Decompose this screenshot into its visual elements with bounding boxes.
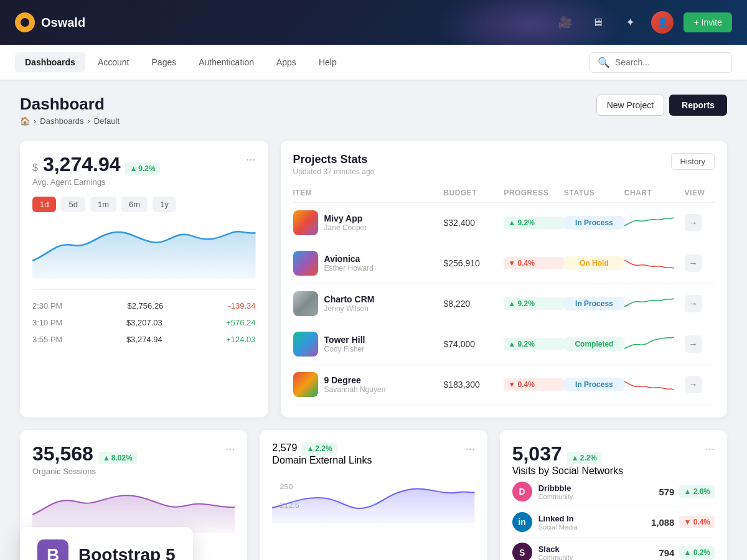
social-item-slack: S Slack Community 794 ▲ 0.2% bbox=[512, 538, 715, 560]
avatar[interactable]: 👤 bbox=[651, 11, 674, 34]
external-links-label: Domain External Links bbox=[272, 455, 372, 466]
project-thumb-avionica bbox=[293, 251, 318, 276]
slack-icon: S bbox=[512, 543, 532, 560]
earnings-stats: 2:30 PM $2,756.26 -139.34 3:10 PM $3,207… bbox=[32, 289, 256, 348]
nav-item-account[interactable]: Account bbox=[88, 52, 139, 72]
dribbble-stats: 579 ▲ 2.6% bbox=[659, 485, 715, 498]
linkedin-stats: 1,088 ▼ 0.4% bbox=[651, 516, 715, 528]
external-links-value-area: 2,579 ▲ 2.2% Domain External Links bbox=[272, 442, 372, 466]
social-card-header: 5,037 ▲ 2.2% Visits by Social Networks ·… bbox=[512, 442, 715, 477]
view-9degree[interactable]: → bbox=[685, 376, 702, 393]
progress-tower: ▲ 9.2% bbox=[504, 338, 564, 350]
time-filter-6m[interactable]: 6m bbox=[121, 197, 148, 212]
share-icon[interactable]: ✦ bbox=[619, 11, 641, 34]
project-name-tower: Tower Hill bbox=[324, 335, 365, 345]
logo-area: Oswald bbox=[15, 12, 554, 32]
social-more-button[interactable]: ··· bbox=[705, 442, 715, 455]
projects-table-header: ITEM BUDGET PROGRESS STATUS CHART VIEW bbox=[293, 184, 715, 203]
progress-avionica: ▼ 0.4% bbox=[504, 257, 564, 269]
external-links-badge: ▲ 2.2% bbox=[302, 442, 336, 455]
project-item-9degree: 9 Degree Savannah Nguyen bbox=[293, 372, 444, 397]
view-charto[interactable]: → bbox=[685, 295, 702, 312]
sessions-value: 35,568 bbox=[32, 442, 93, 465]
social-left-slack: S Slack Community bbox=[512, 543, 573, 560]
external-links-card: 2,579 ▲ 2.2% Domain External Links ··· bbox=[260, 430, 487, 560]
stat-row-3: 3:55 PM $3,274.94 +124.03 bbox=[32, 331, 256, 348]
external-links-amount-row: 2,579 ▲ 2.2% bbox=[272, 442, 372, 455]
sessions-card-header: 35,568 ▲ 8.02% Organic Sessions ··· bbox=[32, 442, 235, 476]
col-view: VIEW bbox=[685, 189, 715, 197]
external-links-header: 2,579 ▲ 2.2% Domain External Links ··· bbox=[272, 442, 474, 466]
projects-title: Projects Stats bbox=[293, 153, 375, 166]
topbar: Oswald 🎥 🖥 ✦ 👤 + Invite bbox=[0, 0, 747, 45]
social-value-area: 5,037 ▲ 2.2% Visits by Social Networks bbox=[512, 442, 623, 477]
project-item-avionica: Avionica Esther Howard bbox=[293, 251, 444, 276]
dribbble-info: Dribbble Community bbox=[538, 483, 573, 500]
camera-icon[interactable]: 🎥 bbox=[554, 11, 576, 34]
progress-mivy: ▲ 9.2% bbox=[504, 217, 564, 229]
dribbble-badge: ▲ 2.6% bbox=[679, 485, 715, 498]
social-items: D Dribbble Community 579 ▲ 2.6% in bbox=[512, 477, 715, 560]
project-item-mivy: Mivy App Jane Cooper bbox=[293, 210, 444, 235]
slack-name: Slack bbox=[538, 544, 573, 554]
project-info-mivy: Mivy App Jane Cooper bbox=[324, 213, 367, 232]
external-links-more-button[interactable]: ··· bbox=[466, 442, 475, 455]
stat-change-2: +576.24 bbox=[226, 318, 255, 327]
breadcrumb-dashboards[interactable]: Dashboards bbox=[40, 116, 83, 126]
table-row: Mivy App Jane Cooper $32,400 ▲ 9.2% In P… bbox=[293, 203, 715, 243]
projects-card: Projects Stats Updated 37 minutes ago Hi… bbox=[281, 141, 727, 418]
table-row: Tower Hill Cody Fisher $74,000 ▲ 9.2% Co… bbox=[293, 324, 715, 365]
project-author-charto: Jenny Wilson bbox=[324, 304, 375, 313]
time-filter-1d[interactable]: 1d bbox=[32, 197, 56, 212]
project-item-tower: Tower Hill Cody Fisher bbox=[293, 332, 444, 357]
social-item-linkedin: in Linked In Social Media 1,088 ▼ 0.4% bbox=[512, 507, 715, 538]
nav-item-apps[interactable]: Apps bbox=[266, 52, 306, 72]
chart-9degree bbox=[624, 375, 674, 394]
sessions-more-button[interactable]: ··· bbox=[225, 442, 235, 455]
view-avionica[interactable]: → bbox=[685, 254, 702, 272]
project-thumb-mivy bbox=[293, 210, 318, 235]
nav-item-help[interactable]: Help bbox=[309, 52, 347, 72]
project-info-tower: Tower Hill Cody Fisher bbox=[324, 335, 365, 353]
dribbble-count: 579 bbox=[659, 487, 674, 497]
linkedin-badge: ▼ 0.4% bbox=[679, 516, 715, 528]
main-content: Dashboard 🏠 › Dashboards › Default New P… bbox=[0, 80, 747, 560]
monitor-icon[interactable]: 🖥 bbox=[586, 11, 609, 34]
new-project-button[interactable]: New Project bbox=[596, 95, 664, 116]
time-filter-1y[interactable]: 1y bbox=[153, 197, 176, 212]
chart-charto bbox=[624, 294, 674, 313]
search-input[interactable] bbox=[615, 57, 724, 67]
view-tower[interactable]: → bbox=[685, 335, 702, 353]
project-author-avionica: Esther Howard bbox=[324, 264, 374, 273]
budget-tower: $74,000 bbox=[444, 339, 504, 349]
slack-stats: 794 ▲ 0.2% bbox=[659, 546, 715, 559]
project-name-avionica: Avionica bbox=[324, 254, 374, 264]
linkedin-info: Linked In Social Media bbox=[538, 514, 578, 531]
status-9degree: In Process bbox=[564, 378, 624, 391]
page-title-area: Dashboard 🏠 › Dashboards › Default bbox=[20, 95, 120, 126]
search-area[interactable]: 🔍 bbox=[590, 52, 732, 73]
social-item-dribbble: D Dribbble Community 579 ▲ 2.6% bbox=[512, 477, 715, 507]
budget-mivy: $32,400 bbox=[444, 218, 504, 228]
nav-item-dashboards[interactable]: Dashboards bbox=[15, 52, 85, 72]
status-tower: Completed bbox=[564, 337, 624, 351]
search-icon: 🔍 bbox=[598, 57, 610, 68]
bootstrap-label: Bootstrap 5 bbox=[78, 545, 176, 560]
status-avionica: On Hold bbox=[564, 256, 624, 270]
budget-9degree: $183,300 bbox=[444, 380, 504, 390]
earnings-more-button[interactable]: ··· bbox=[247, 153, 256, 166]
navbar: Dashboards Account Pages Authentication … bbox=[0, 45, 747, 80]
reports-button[interactable]: Reports bbox=[669, 95, 727, 116]
social-amount-row: 5,037 ▲ 2.2% bbox=[512, 442, 623, 465]
projects-updated: Updated 37 minutes ago bbox=[293, 167, 375, 176]
view-mivy[interactable]: → bbox=[685, 214, 702, 231]
time-filter-5d[interactable]: 5d bbox=[61, 197, 85, 212]
invite-button[interactable]: + Invite bbox=[684, 12, 732, 32]
social-left-linkedin: in Linked In Social Media bbox=[512, 512, 578, 532]
nav-item-pages[interactable]: Pages bbox=[142, 52, 187, 72]
nav-item-authentication[interactable]: Authentication bbox=[189, 52, 264, 72]
history-button[interactable]: History bbox=[671, 153, 715, 170]
stat-time-3: 3:55 PM bbox=[32, 335, 62, 344]
breadcrumb-default: Default bbox=[94, 116, 120, 126]
time-filter-1m[interactable]: 1m bbox=[90, 197, 116, 212]
